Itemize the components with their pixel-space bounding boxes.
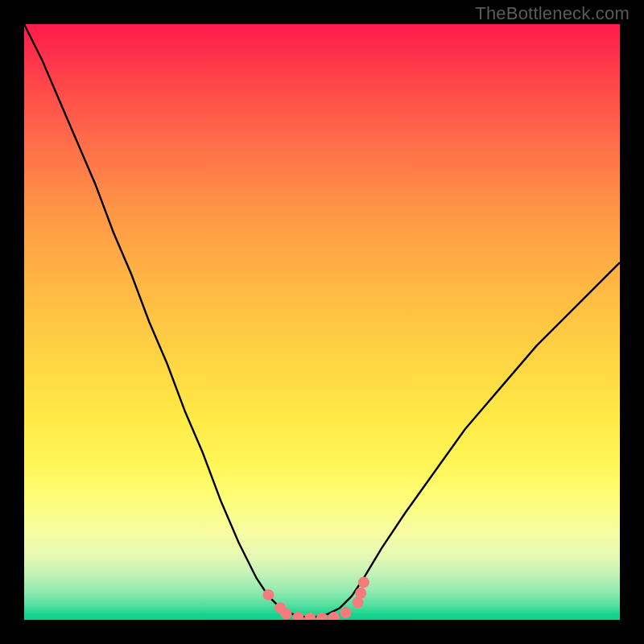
min-dot	[304, 613, 316, 620]
min-dot	[355, 588, 366, 599]
min-dot	[292, 612, 303, 620]
min-dot	[358, 576, 369, 588]
watermark-text: TheBottleneck.com	[475, 3, 630, 24]
min-dot	[262, 589, 274, 601]
min-region-dots	[24, 24, 620, 620]
min-dot	[341, 607, 352, 618]
min-dot	[316, 613, 328, 620]
chart-frame: TheBottleneck.com	[0, 0, 644, 644]
min-dot	[352, 597, 363, 609]
plot-area	[24, 24, 620, 620]
min-dot	[281, 609, 292, 620]
min-dot	[328, 612, 340, 620]
dots-group	[262, 576, 369, 620]
